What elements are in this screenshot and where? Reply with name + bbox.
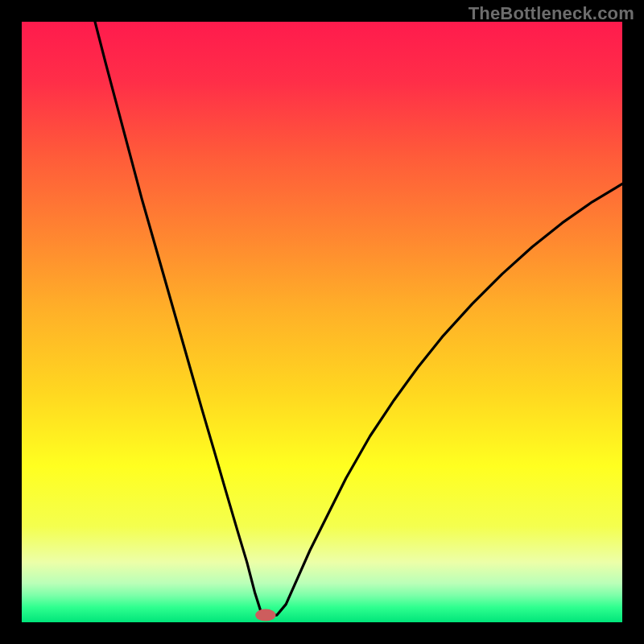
chart-container: TheBottleneck.com [0, 0, 644, 644]
plot-background [22, 22, 622, 622]
optimum-marker [255, 609, 275, 621]
bottleneck-chart [0, 0, 644, 644]
watermark-text: TheBottleneck.com [469, 3, 634, 24]
